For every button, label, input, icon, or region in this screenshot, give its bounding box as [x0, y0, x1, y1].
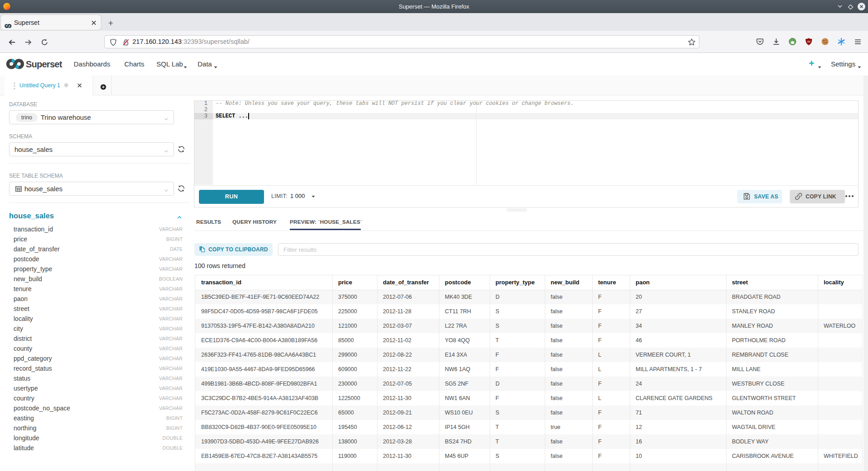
svg-text:uo: uo: [807, 40, 811, 43]
